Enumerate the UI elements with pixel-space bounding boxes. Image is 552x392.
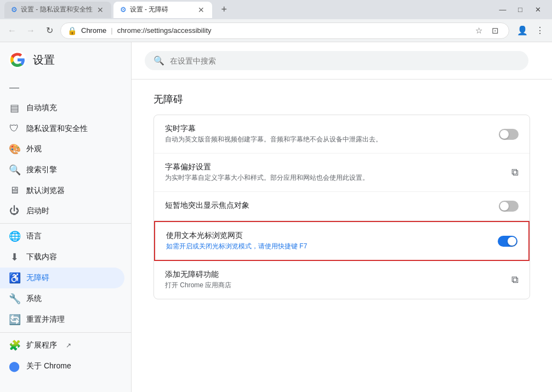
- menu-button[interactable]: ⋮: [532, 23, 548, 38]
- captions-toggle[interactable]: [499, 129, 519, 140]
- titlebar: ⚙ 设置 - 隐私设置和安全性 ✕ ⚙ 设置 - 无障碍 ✕ + — □ ✕: [0, 0, 552, 19]
- search-bar[interactable]: 🔍: [145, 51, 528, 70]
- about-label: 关于 Chrome: [26, 361, 71, 371]
- tab-accessibility-label: 设置 - 无障碍: [130, 5, 169, 14]
- captions-title: 实时字幕: [165, 124, 490, 134]
- focus-highlight-title: 短暂地突出显示焦点对象: [165, 201, 490, 211]
- address-bar[interactable]: 🔒 Chrome | chrome://settings/accessibili…: [60, 22, 509, 39]
- caption-prefs-content: 字幕偏好设置 为实时字幕自定义字幕大小和样式。部分应用和网站也会使用此设置。: [165, 162, 503, 183]
- captions-content: 实时字幕 自动为英文版音频和视频创建字幕。音频和字幕绝不会从设备中泄露出去。: [165, 124, 490, 144]
- refresh-button[interactable]: ↻: [42, 23, 57, 38]
- privacy-label: 隐私设置和安全性: [26, 124, 88, 134]
- close-window-button[interactable]: ✕: [532, 4, 543, 15]
- download-label: 下载内容: [26, 252, 57, 262]
- add-accessibility-external-link-icon[interactable]: ⧉: [511, 274, 519, 286]
- sidebar-item-language[interactable]: 🌐 语言: [0, 226, 124, 247]
- sidebar-item-autofill[interactable]: ▤ 自动填充: [0, 98, 124, 118]
- new-tab-button[interactable]: +: [217, 2, 232, 18]
- minimize-button[interactable]: —: [497, 4, 508, 15]
- appearance-label: 外观: [26, 144, 42, 154]
- captions-desc: 自动为英文版音频和视频创建字幕。音频和字幕绝不会从设备中泄露出去。: [165, 135, 490, 144]
- sidebar: 设置 — ▤ 自动填充 🛡 隐私设置和安全性 🎨 外观 🔍 搜索引擎 🖥 默认浏…: [0, 42, 132, 392]
- sidebar-divider-1: [0, 223, 131, 224]
- autofill-icon: ▤: [9, 102, 20, 114]
- add-accessibility-row: 添加无障碍功能 打开 Chrome 应用商店 ⧉: [154, 261, 530, 299]
- startup-label: 启动时: [26, 206, 49, 216]
- caption-prefs-title: 字幕偏好设置: [165, 162, 503, 172]
- section-title: 无障碍: [153, 93, 530, 106]
- startup-icon: ⏻: [9, 205, 20, 217]
- url-separator: |: [111, 26, 112, 35]
- tab-accessibility-close[interactable]: ✕: [197, 5, 206, 14]
- google-logo: [9, 51, 26, 69]
- settings-title: 设置: [33, 53, 55, 67]
- back-button[interactable]: ←: [4, 23, 20, 38]
- sidebar-item-truncated[interactable]: —: [0, 77, 124, 98]
- accessibility-label: 无障碍: [26, 273, 49, 283]
- browser-actions: 👤 ⋮: [515, 23, 548, 38]
- search-label: 搜索引擎: [26, 165, 57, 175]
- sidebar-item-default-browser[interactable]: 🖥 默认浏览器: [0, 180, 124, 201]
- focus-highlight-toggle[interactable]: [499, 201, 519, 212]
- maximize-button[interactable]: □: [515, 4, 526, 15]
- url-brand: Chrome: [81, 26, 106, 35]
- sidebar-item-about[interactable]: ⬤ 关于 Chrome: [0, 356, 124, 377]
- tab-privacy-settings[interactable]: ⚙ 设置 - 隐私设置和安全性 ✕: [4, 2, 111, 18]
- url-path: chrome://settings/accessibility: [117, 26, 212, 35]
- search-engine-icon: 🔍: [9, 164, 20, 176]
- system-icon: 🔧: [9, 293, 20, 305]
- sidebar-item-search[interactable]: 🔍 搜索引擎: [0, 160, 124, 180]
- tab-gear-icon-2: ⚙: [120, 5, 127, 14]
- browser-chrome: ← → ↻ 🔒 Chrome | chrome://settings/acces…: [0, 19, 552, 42]
- focus-highlight-row: 短暂地突出显示焦点对象: [154, 192, 530, 221]
- extensions-label: 扩展程序: [26, 340, 57, 350]
- caret-browse-title: 使用文本光标浏览网页: [166, 231, 489, 241]
- autofill-label: 自动填充: [26, 103, 57, 113]
- about-chrome-icon: ⬤: [9, 360, 20, 372]
- profile-button[interactable]: 👤: [515, 23, 530, 38]
- add-accessibility-title: 添加无障碍功能: [165, 270, 503, 280]
- download-icon: ⬇: [9, 251, 20, 263]
- caret-browse-content: 使用文本光标浏览网页 如需开启或关闭光标浏览模式，请使用快捷键 F7: [166, 231, 489, 251]
- sidebar-item-download[interactable]: ⬇ 下载内容: [0, 247, 124, 268]
- bookmark-icon[interactable]: ☆: [471, 24, 486, 38]
- search-bar-container: 🔍: [132, 42, 552, 79]
- address-actions: ☆ ⊡: [471, 24, 502, 38]
- sidebar-item-system[interactable]: 🔧 系统: [0, 288, 124, 309]
- content-area: 🔍 无障碍 实时字幕 自动为英文版音频和视频创建字幕。音频和字幕绝不会从设备中泄…: [132, 42, 552, 392]
- system-label: 系统: [26, 294, 42, 304]
- accessibility-icon: ♿: [9, 272, 20, 284]
- default-browser-icon: 🖥: [9, 185, 20, 196]
- sidebar-item-appearance[interactable]: 🎨 外观: [0, 139, 124, 160]
- privacy-icon: 🛡: [9, 123, 20, 134]
- sidebar-item-reset[interactable]: 🔄 重置并清理: [0, 309, 124, 330]
- caret-browse-toggle[interactable]: [498, 236, 517, 247]
- language-label: 语言: [26, 231, 42, 241]
- tab-gear-icon: ⚙: [11, 5, 18, 14]
- caption-prefs-desc: 为实时字幕自定义字幕大小和样式。部分应用和网站也会使用此设置。: [165, 173, 503, 183]
- sidebar-item-extensions[interactable]: 🧩 扩展程序 ↗: [0, 335, 124, 356]
- focus-highlight-content: 短暂地突出显示焦点对象: [165, 201, 490, 212]
- settings-header: 设置: [0, 47, 131, 77]
- add-accessibility-content: 添加无障碍功能 打开 Chrome 应用商店: [165, 270, 503, 290]
- forward-button[interactable]: →: [23, 23, 38, 38]
- tab-privacy-label: 设置 - 隐私设置和安全性: [21, 5, 93, 14]
- sidebar-item-startup[interactable]: ⏻ 启动时: [0, 201, 124, 221]
- sidebar-item-privacy[interactable]: 🛡 隐私设置和安全性: [0, 118, 124, 139]
- split-view-icon[interactable]: ⊡: [488, 24, 502, 38]
- extensions-ext-icon: ↗: [66, 342, 71, 349]
- search-icon: 🔍: [153, 55, 164, 66]
- caption-prefs-external-link-icon[interactable]: ⧉: [511, 167, 519, 178]
- sidebar-divider-2: [0, 332, 131, 333]
- search-input[interactable]: [170, 56, 520, 65]
- tab-privacy-close[interactable]: ✕: [96, 5, 105, 14]
- main-layout: 设置 — ▤ 自动填充 🛡 隐私设置和安全性 🎨 外观 🔍 搜索引擎 🖥 默认浏…: [0, 42, 552, 392]
- captions-row: 实时字幕 自动为英文版音频和视频创建字幕。音频和字幕绝不会从设备中泄露出去。: [154, 115, 530, 154]
- caret-browse-row: 使用文本光标浏览网页 如需开启或关闭光标浏览模式，请使用快捷键 F7: [154, 221, 530, 261]
- caption-prefs-row: 字幕偏好设置 为实时字幕自定义字幕大小和样式。部分应用和网站也会使用此设置。 ⧉: [154, 154, 530, 192]
- accessibility-settings-card: 实时字幕 自动为英文版音频和视频创建字幕。音频和字幕绝不会从设备中泄露出去。 字…: [153, 115, 530, 299]
- tab-accessibility-settings[interactable]: ⚙ 设置 - 无障碍 ✕: [113, 2, 212, 18]
- default-browser-label: 默认浏览器: [26, 186, 65, 196]
- sidebar-item-accessibility[interactable]: ♿ 无障碍: [0, 268, 124, 288]
- add-accessibility-desc: 打开 Chrome 应用商店: [165, 281, 503, 290]
